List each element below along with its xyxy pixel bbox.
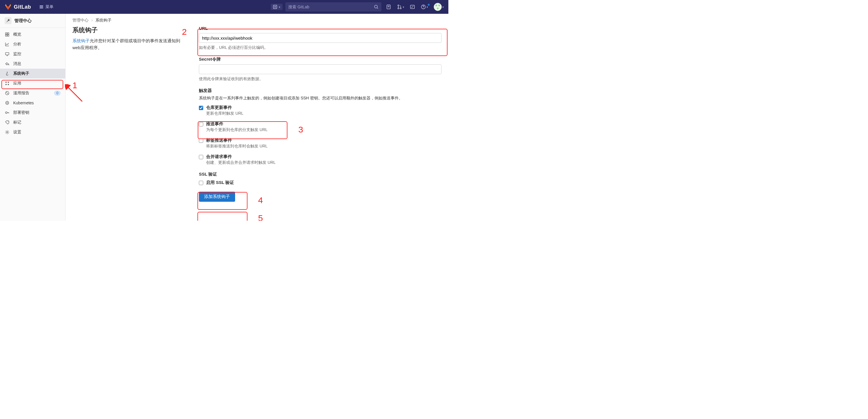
intro-link[interactable]: 系统钩子: [72, 38, 90, 43]
sidebar-item-deploykeys[interactable]: 部署密钥: [0, 108, 65, 118]
url-label: URL: [199, 26, 441, 31]
top-nav: GitLab 菜单 ▾ ▾: [0, 0, 448, 14]
ssl-label: SSL 验证: [199, 171, 441, 177]
svg-rect-13: [5, 53, 9, 55]
trigger-option-0: 仓库更新事件更新仓库时触发 URL: [199, 105, 441, 116]
sidebar-item-messages[interactable]: 消息: [0, 59, 65, 69]
secret-help: 使用此令牌来验证收到的有效数据。: [199, 76, 441, 82]
sidebar-item-hooks[interactable]: 系统钩子: [0, 69, 65, 78]
trigger-sublabel: 为每个更新到仓库的分支触发 URL: [206, 127, 268, 132]
svg-point-8: [423, 8, 424, 8]
svg-rect-18: [8, 84, 9, 85]
triggers-label: 触发器: [199, 88, 441, 93]
svg-point-14: [7, 72, 8, 73]
sidebar-item-labels[interactable]: 标记: [0, 118, 65, 127]
plus-icon: [273, 5, 277, 9]
trigger-label: 仓库更新事件: [206, 105, 243, 110]
sidebar-item-label: 标记: [13, 120, 21, 125]
trigger-checkbox-0[interactable]: [199, 106, 203, 110]
search-icon: [374, 5, 378, 9]
nav-icons: ▾ ▾ ▾: [386, 3, 444, 11]
create-new-button[interactable]: ▾: [271, 4, 282, 10]
avatar-icon: [434, 3, 442, 11]
brand-text: GitLab: [14, 4, 31, 10]
breadcrumb-root[interactable]: 管理中心: [72, 18, 89, 23]
sidebar-item-label: 概览: [13, 32, 21, 37]
sidebar-item-label: 设置: [13, 130, 21, 135]
brand[interactable]: GitLab: [5, 3, 31, 10]
trigger-checkbox-2[interactable]: [199, 138, 203, 143]
abuse-icon: [5, 91, 10, 96]
sidebar-item-kubernetes[interactable]: Kubernetes: [0, 98, 65, 108]
url-input[interactable]: [199, 33, 441, 43]
admin-sidebar: 管理中心 概览分析监控消息系统钩子应用滥用报告0Kubernetes部署密钥标记…: [0, 14, 65, 221]
trigger-sublabel: 创建、更新或合并合并请求时触发 URL: [206, 160, 276, 165]
labels-icon: [5, 120, 10, 125]
global-search[interactable]: [285, 2, 381, 11]
main-content: 管理中心 › 系统钩子 系统钩子 系统钩子允许您针对某个群组或项目中的事件发送通…: [65, 14, 448, 221]
url-group: URL 如有必要，URL 必须进行百分比编码。: [199, 26, 441, 50]
user-menu[interactable]: ▾: [434, 3, 444, 11]
sidebar-item-label: 监控: [13, 52, 21, 57]
sidebar-item-monitor[interactable]: 监控: [0, 49, 65, 59]
sidebar-item-label: 消息: [13, 61, 21, 66]
svg-rect-10: [7, 33, 9, 34]
trigger-checkbox-3[interactable]: [199, 155, 203, 159]
svg-point-20: [7, 102, 8, 103]
trigger-label: 合并请求事件: [206, 154, 276, 160]
sidebar-item-overview[interactable]: 概览: [0, 30, 65, 39]
sidebar-item-settings[interactable]: 设置: [0, 127, 65, 137]
svg-rect-15: [5, 82, 7, 83]
trigger-option-1: 推送事件为每个更新到仓库的分支触发 URL: [199, 121, 441, 132]
sidebar-title: 管理中心: [14, 18, 32, 24]
svg-point-4: [398, 8, 399, 9]
sidebar-item-label: 滥用报告: [13, 91, 29, 96]
secret-group: Secret令牌 使用此令牌来验证收到的有效数据。: [199, 57, 441, 82]
analytics-icon: [5, 42, 10, 47]
search-input[interactable]: [288, 5, 374, 9]
sidebar-item-analytics[interactable]: 分析: [0, 39, 65, 49]
secret-label: Secret令牌: [199, 57, 441, 62]
svg-rect-16: [8, 82, 9, 83]
wrench-icon: [5, 17, 11, 24]
breadcrumbs: 管理中心 › 系统钩子: [72, 18, 441, 23]
help-icon[interactable]: ▾: [421, 4, 428, 9]
sidebar-item-abuse[interactable]: 滥用报告0: [0, 88, 65, 98]
submit-button[interactable]: 添加系统钩子: [199, 192, 235, 202]
intro-text: 系统钩子允许您针对某个群组或项目中的事件发送通知到web应用程序。: [72, 37, 187, 51]
ssl-checkbox[interactable]: [199, 181, 203, 185]
svg-point-1: [374, 5, 377, 8]
svg-point-21: [5, 112, 7, 114]
trigger-option-2: 标签推送事件将新标签推送到仓库时会触发 URL: [199, 138, 441, 149]
sidebar-item-label: 部署密钥: [13, 110, 29, 115]
breadcrumb-current: 系统钩子: [95, 18, 112, 23]
issues-icon[interactable]: [386, 4, 391, 9]
trigger-label: 推送事件: [206, 121, 268, 127]
chevron-down-icon: ▾: [279, 5, 280, 9]
svg-rect-12: [7, 35, 9, 36]
url-help: 如有必要，URL 必须进行百分比编码。: [199, 45, 441, 50]
sidebar-item-label: 分析: [13, 42, 21, 47]
trigger-sublabel: 更新仓库时触发 URL: [206, 111, 243, 116]
merge-requests-icon[interactable]: ▾: [397, 4, 404, 9]
hooks-icon: [5, 71, 10, 76]
deploykeys-icon: [5, 110, 10, 115]
menu-toggle[interactable]: 菜单: [39, 4, 54, 9]
secret-input[interactable]: [199, 64, 441, 74]
todos-icon[interactable]: [410, 4, 415, 9]
system-hook-form: URL 如有必要，URL 必须进行百分比编码。 Secret令牌 使用此令牌来验…: [199, 26, 441, 202]
trigger-option-3: 合并请求事件创建、更新或合并合并请求时触发 URL: [199, 154, 441, 165]
trigger-sublabel: 将新标签推送到仓库时会触发 URL: [206, 144, 268, 149]
svg-rect-11: [5, 35, 7, 36]
svg-rect-17: [5, 84, 7, 85]
sidebar-item-label: 系统钩子: [13, 71, 29, 76]
sidebar-item-apps[interactable]: 应用: [0, 78, 65, 88]
menu-label: 菜单: [45, 4, 54, 9]
apps-icon: [5, 81, 10, 86]
messages-icon: [5, 61, 10, 66]
trigger-checkbox-1[interactable]: [199, 122, 203, 126]
svg-point-5: [400, 8, 401, 9]
ssl-group: SSL 验证 启用 SSL 验证: [199, 171, 441, 185]
sidebar-item-label: 应用: [13, 81, 21, 86]
sidebar-item-label: Kubernetes: [13, 101, 34, 105]
